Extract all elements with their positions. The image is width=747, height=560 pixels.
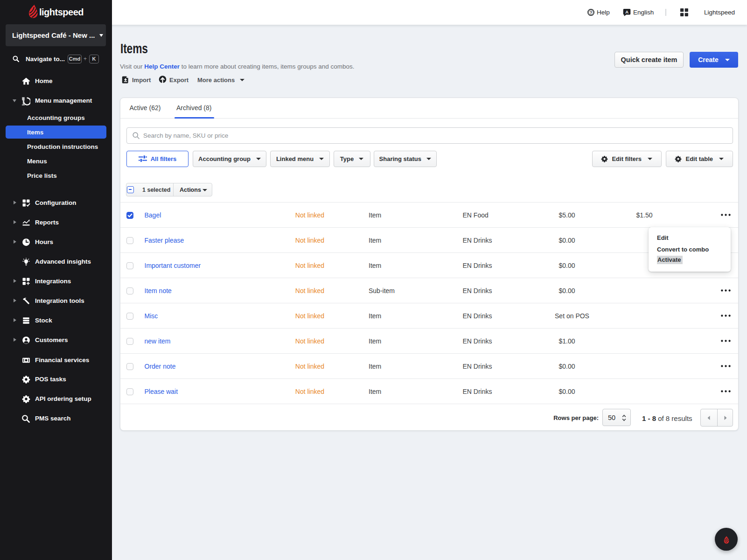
- svg-text:?: ?: [590, 10, 593, 15]
- svg-text:A: A: [625, 9, 628, 14]
